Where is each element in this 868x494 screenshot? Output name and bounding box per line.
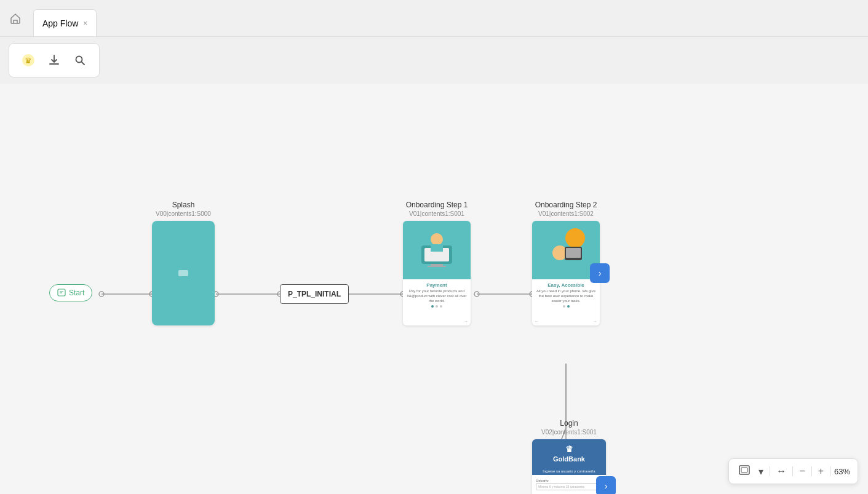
svg-point-2 — [76, 57, 82, 63]
nav-fwd-2: → — [593, 319, 597, 324]
download-icon-button[interactable] — [44, 50, 65, 71]
login-screen-card[interactable]: ♛ GoldBank Ingrese su usuario y contrase… — [532, 439, 606, 494]
toolbar: ♛ — [9, 43, 100, 78]
home-button[interactable] — [0, 0, 31, 37]
login-sublabel: V02|contents1:S001 — [541, 429, 597, 436]
start-node[interactable]: Start — [49, 284, 92, 301]
nav-fwd-1: → — [464, 319, 468, 324]
splash-screen-visual — [152, 221, 215, 325]
svg-rect-30 — [739, 466, 749, 474]
onboarding2-nav: ← → — [532, 317, 600, 325]
splash-sublabel: V00|contents1:S000 — [156, 210, 211, 217]
splash-screen-card[interactable] — [152, 221, 215, 325]
template-label: P_TPL_INITIAL — [288, 290, 341, 298]
onboarding1-nav: → — [403, 317, 471, 325]
zoom-divider-2 — [792, 466, 793, 476]
splash-title: Splash — [172, 201, 195, 209]
canvas-inner: Start Splash V00|contents1:S000 P_TPL_IN… — [0, 84, 861, 494]
tab-title: App Flow — [42, 18, 78, 28]
header: App Flow × — [0, 0, 868, 37]
bank-name: GoldBank — [537, 455, 601, 463]
login-wrapper: ♛ GoldBank Ingrese su usuario y contrase… — [532, 439, 606, 494]
zoom-in-button[interactable]: + — [816, 464, 826, 478]
onboarding1-sublabel: V01|contents1:S001 — [409, 210, 464, 217]
field-user-label: Usuario — [536, 479, 602, 482]
dot-b — [567, 305, 570, 308]
onboarding1-screen[interactable]: Payment Pay for your favorite products a… — [403, 221, 471, 325]
zoom-out-button[interactable]: − — [797, 464, 807, 478]
onboarding2-screen-text: All you need in your phone. We give the … — [536, 289, 596, 303]
svg-point-4 — [99, 292, 104, 297]
zoom-divider-1 — [770, 466, 770, 476]
dot-3 — [440, 305, 442, 308]
onboarding2-screen-title: Easy, Accesible — [536, 282, 596, 288]
onboarding1-dots — [407, 305, 467, 308]
dot-2 — [436, 305, 438, 308]
login-body: Usuario Mínimo 6 y máximo 15 caracteres … — [532, 475, 606, 494]
svg-text:♛: ♛ — [25, 56, 32, 65]
crown-icon: ♛ — [537, 444, 601, 454]
login-subtitle: Ingrese su usuario y contraseña — [532, 468, 606, 475]
svg-rect-24 — [431, 264, 443, 266]
nav-back-2: ← — [535, 319, 539, 324]
zoom-divider-3 — [811, 466, 812, 476]
dot-1 — [431, 305, 434, 308]
svg-point-22 — [431, 233, 443, 245]
zoom-divider-4 — [830, 466, 830, 476]
field-user-placeholder: Mínimo 6 y máximo 15 caracteres — [538, 485, 584, 488]
expand-button[interactable]: ↔ — [774, 464, 789, 478]
svg-rect-23 — [431, 244, 443, 252]
start-label: Start — [69, 289, 84, 297]
zoom-percent: 63% — [834, 467, 850, 476]
login-arrow[interactable]: › — [596, 476, 616, 494]
svg-rect-31 — [741, 468, 747, 472]
flow-canvas[interactable]: Start Splash V00|contents1:S000 P_TPL_IN… — [0, 84, 868, 494]
login-field-user: Usuario Mínimo 6 y máximo 15 caracteres … — [536, 479, 602, 490]
onboarding1-top — [403, 221, 471, 279]
onboarding2-wrapper: Easy, Accesible All you need in your pho… — [532, 221, 600, 325]
onboarding2-sublabel: V01|contents1:S002 — [538, 210, 594, 217]
onboarding1-node[interactable]: Onboarding Step 1 V01|contents1:S001 — [403, 201, 471, 325]
login-node[interactable]: Login V02|contents1:S001 ♛ GoldBank Ingr… — [532, 419, 606, 494]
onboarding1-bottom: Payment Pay for your favorite products a… — [403, 279, 471, 317]
login-title: Login — [560, 419, 578, 428]
fit-view-button[interactable] — [736, 464, 752, 479]
onboarding1-screen-text: Pay for your favorite products and #&@pr… — [407, 289, 467, 303]
svg-point-13 — [474, 292, 479, 297]
splash-node[interactable]: Splash V00|contents1:S000 — [152, 201, 215, 325]
onboarding2-title: Onboarding Step 2 — [535, 201, 597, 209]
onboarding2-bottom: Easy, Accesible All you need in your pho… — [532, 279, 600, 317]
onboarding1-screen-title: Payment — [407, 282, 467, 288]
tab-close-button[interactable]: × — [83, 19, 87, 28]
template-node[interactable]: P_TPL_INITIAL — [280, 284, 349, 304]
splash-dot — [178, 270, 188, 276]
svg-rect-25 — [428, 266, 446, 267]
chevron-down-button[interactable]: ▾ — [756, 464, 766, 479]
app-flow-tab[interactable]: App Flow × — [33, 9, 97, 36]
onboarding2-arrow[interactable]: › — [590, 263, 610, 283]
onboarding2-node[interactable]: Onboarding Step 2 V01|contents1:S002 Eas… — [532, 201, 600, 325]
field-user-input[interactable]: Mínimo 6 y máximo 15 caracteres ✓ — [536, 483, 602, 490]
dot-a — [563, 305, 565, 308]
svg-rect-29 — [566, 248, 581, 258]
login-header: ♛ GoldBank — [532, 439, 606, 468]
search-icon-button[interactable] — [70, 50, 90, 71]
onboarding2-dots — [536, 305, 596, 308]
crown-icon-button[interactable]: ♛ — [18, 50, 39, 71]
onboarding1-title: Onboarding Step 1 — [406, 201, 468, 209]
zoom-toolbar: ▾ ↔ − + 63% — [728, 458, 858, 484]
svg-point-26 — [565, 228, 585, 248]
